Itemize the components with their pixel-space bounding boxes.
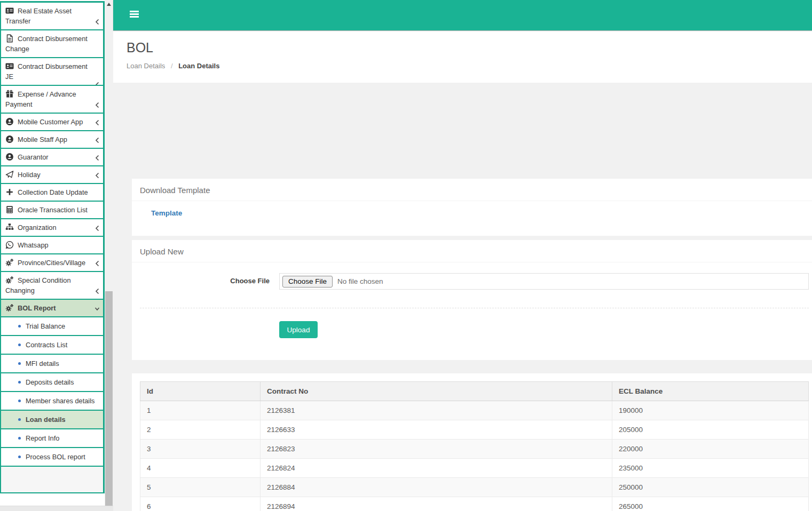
address-card-icon bbox=[5, 62, 14, 70]
breadcrumb-parent-link[interactable]: Loan Details bbox=[127, 62, 165, 70]
table-cell: 220000 bbox=[612, 440, 809, 459]
table-row: 42126824235000 bbox=[140, 459, 809, 478]
address-card-icon bbox=[5, 6, 14, 15]
sidebar-item-label: Mobile Customer App bbox=[18, 118, 83, 126]
chevron-left-icon bbox=[94, 81, 100, 86]
sidebar-menu: Real Estate Asset TransferContract Disbu… bbox=[0, 1, 105, 493]
table-cell: 250000 bbox=[612, 478, 809, 497]
sidebar-subitem-loan-details[interactable]: Loan details bbox=[1, 411, 103, 429]
file-input[interactable]: Choose File No file chosen bbox=[279, 273, 809, 290]
user-circle-icon bbox=[5, 135, 14, 143]
table-header-contract-no: Contract No bbox=[261, 382, 612, 401]
submenu-empty-slot bbox=[1, 467, 103, 493]
top-navbar bbox=[113, 0, 812, 30]
sidebar-subitem-label: Report Info bbox=[26, 434, 59, 442]
chevron-down-icon bbox=[94, 305, 100, 313]
sitemap-icon bbox=[5, 223, 14, 231]
chevron-left-icon bbox=[94, 18, 100, 26]
choose-file-label: Choose File bbox=[175, 277, 270, 285]
sidebar-subitem-label: Process BOL report bbox=[26, 453, 85, 461]
table-cell: 4 bbox=[140, 459, 261, 478]
sidebar-item-contract-disbursement-change[interactable]: Contract Disbursement Change bbox=[1, 30, 103, 58]
template-download-link[interactable]: Template bbox=[151, 209, 182, 217]
breadcrumb: Loan Details / Loan Details bbox=[127, 62, 812, 70]
table-cell: 2126894 bbox=[261, 497, 612, 511]
page-title: BOL bbox=[127, 40, 812, 55]
upload-button[interactable]: Upload bbox=[279, 321, 318, 338]
scrollbar-up-arrow-icon[interactable] bbox=[105, 0, 113, 9]
paper-plane-icon bbox=[5, 170, 14, 179]
table-cell: 190000 bbox=[612, 401, 809, 420]
chevron-left-icon bbox=[94, 172, 100, 179]
table-cell: 2126884 bbox=[261, 478, 612, 497]
sidebar-subitem-mfi-details[interactable]: MFI details bbox=[1, 355, 103, 373]
loan-details-table: IdContract NoECL Balance 121263811900002… bbox=[140, 381, 809, 511]
table-row: 22126633205000 bbox=[140, 420, 809, 440]
table-cell: 2126633 bbox=[261, 420, 612, 440]
sidebar-subitem-deposits-details[interactable]: Deposits details bbox=[1, 373, 103, 392]
sidebar-subitem-label: MFI details bbox=[26, 360, 59, 368]
file-icon bbox=[5, 34, 14, 43]
sidebar-item-special-condition-changing[interactable]: Special Condition Changing bbox=[1, 272, 103, 300]
divider bbox=[140, 308, 809, 308]
table-cell: 3 bbox=[140, 440, 261, 459]
sidebar-item-mobile-customer-app[interactable]: Mobile Customer App bbox=[1, 114, 103, 131]
bullet-icon bbox=[18, 418, 21, 421]
sidebar-item-province-cities-village[interactable]: Province/Cities/Village bbox=[1, 254, 103, 272]
table-cell: 1 bbox=[140, 401, 261, 420]
bullet-icon bbox=[18, 456, 21, 458]
sidebar-item-label: Organization bbox=[18, 223, 57, 231]
sidebar-item-whatsapp[interactable]: Whatsapp bbox=[1, 237, 103, 254]
sidebar-item-guarantor[interactable]: Guarantor bbox=[1, 149, 103, 166]
bullet-icon bbox=[18, 325, 21, 328]
plus-icon bbox=[5, 188, 14, 196]
sidebar-item-mobile-staff-app[interactable]: Mobile Staff App bbox=[1, 131, 103, 149]
sidebar-item-expense-advance-payment[interactable]: Expense / Advance Payment bbox=[1, 86, 103, 114]
table-row: 62126894265000 bbox=[140, 497, 809, 511]
sidebar-subitem-process-bol-report[interactable]: Process BOL report bbox=[1, 448, 103, 467]
sidebar-item-label: Guarantor bbox=[18, 153, 49, 161]
file-chosen-status: No file chosen bbox=[337, 277, 383, 285]
choose-file-button[interactable]: Choose File bbox=[282, 276, 333, 288]
sidebar-item-organization[interactable]: Organization bbox=[1, 219, 103, 237]
bullet-icon bbox=[18, 437, 21, 440]
sidebar-subitem-report-info[interactable]: Report Info bbox=[1, 429, 103, 448]
sidebar-item-contract-disbursement-je[interactable]: Contract Disbursement JE bbox=[1, 58, 103, 86]
content-header: BOL Loan Details / Loan Details bbox=[113, 30, 812, 83]
table-cell: 2126823 bbox=[261, 440, 612, 459]
sidebar-item-label: Expense / Advance Payment bbox=[5, 90, 76, 108]
loan-details-table-card: IdContract NoECL Balance 121263811900002… bbox=[132, 373, 812, 511]
sidebar: Real Estate Asset TransferContract Disbu… bbox=[0, 0, 105, 506]
cogs-icon bbox=[5, 258, 14, 267]
sidebar-subitem-contracts-list[interactable]: Contracts List bbox=[1, 336, 103, 355]
sidebar-item-holiday[interactable]: Holiday bbox=[1, 166, 103, 184]
chevron-left-icon bbox=[94, 137, 100, 144]
sidebar-item-label: Whatsapp bbox=[18, 241, 49, 249]
gift-icon bbox=[5, 90, 14, 98]
chevron-left-icon bbox=[94, 225, 100, 232]
breadcrumb-separator: / bbox=[167, 62, 177, 70]
sidebar-item-label: Holiday bbox=[18, 171, 41, 179]
sidebar-item-label: Collection Date Update bbox=[18, 188, 88, 196]
scrollbar-thumb[interactable] bbox=[105, 291, 113, 506]
bullet-icon bbox=[18, 362, 21, 365]
sidebar-scrollbar[interactable] bbox=[105, 0, 113, 506]
sidebar-subitem-label: Member shares details bbox=[26, 397, 94, 405]
sidebar-item-bol-report[interactable]: BOL Report bbox=[1, 300, 103, 317]
sidebar-item-oracle-transaction-list[interactable]: Oracle Transaction List bbox=[1, 202, 103, 219]
table-cell: 6 bbox=[140, 497, 261, 511]
bullet-icon bbox=[18, 400, 21, 402]
table-cell: 2126381 bbox=[261, 401, 612, 420]
hamburger-icon[interactable] bbox=[130, 11, 139, 18]
sidebar-subitem-member-shares-details[interactable]: Member shares details bbox=[1, 392, 103, 411]
sidebar-subitem-trial-balance[interactable]: Trial Balance bbox=[1, 317, 103, 336]
bullet-icon bbox=[18, 344, 21, 346]
table-cell: 265000 bbox=[612, 497, 809, 511]
table-cell: 2 bbox=[140, 420, 261, 440]
sidebar-item-label: Mobile Staff App bbox=[18, 135, 67, 143]
user-circle-icon bbox=[5, 117, 14, 126]
chevron-left-icon bbox=[94, 101, 100, 109]
table-cell: 205000 bbox=[612, 420, 809, 440]
sidebar-item-collection-date-update[interactable]: Collection Date Update bbox=[1, 184, 103, 202]
sidebar-item-real-estate-asset-transfer[interactable]: Real Estate Asset Transfer bbox=[1, 3, 103, 30]
